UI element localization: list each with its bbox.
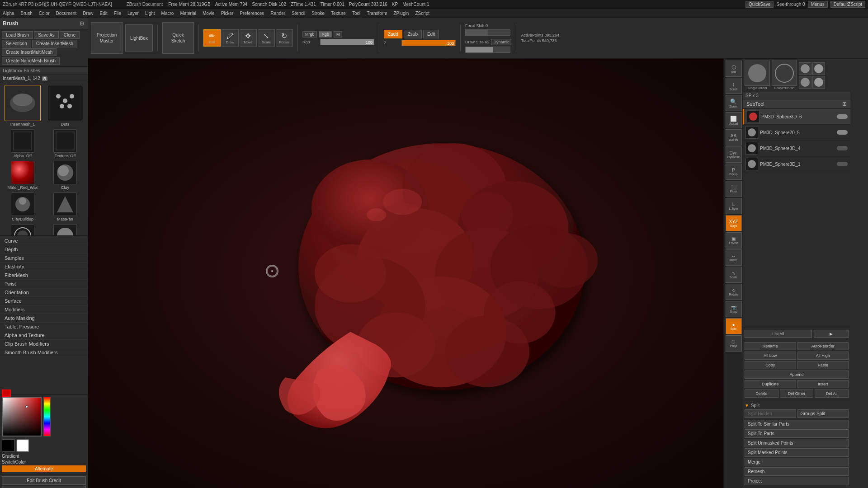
save-as-button[interactable]: Save As bbox=[34, 31, 59, 39]
subtool-expand-icon[interactable]: ⊞ bbox=[842, 101, 847, 107]
setting-twist[interactable]: Twist bbox=[0, 280, 88, 288]
nav-brill[interactable]: ⬡ Brill bbox=[726, 61, 742, 77]
nav-solo[interactable]: ● Solo bbox=[726, 318, 742, 334]
del-other-button[interactable]: Del Other bbox=[780, 389, 814, 398]
lightbox-brushes[interactable]: Lightbox» Brushes bbox=[0, 67, 88, 75]
nav-polyf[interactable]: ⬡ Polyf bbox=[726, 335, 742, 352]
rgb-toggle[interactable]: Rgb bbox=[319, 31, 332, 38]
nav-move[interactable]: ↔ Move bbox=[726, 249, 742, 266]
sphere3d1-thumb[interactable] bbox=[812, 62, 825, 75]
focal-shift-slider[interactable] bbox=[465, 29, 510, 36]
dynamic-btn[interactable]: Dynamic bbox=[491, 39, 511, 45]
menu-render[interactable]: Render bbox=[270, 11, 285, 16]
subtool-toggle-1[interactable] bbox=[837, 130, 848, 135]
projection-master-button[interactable]: Projection Master bbox=[91, 22, 123, 54]
del-all-button[interactable]: Del All bbox=[815, 389, 849, 398]
paste-button[interactable]: Paste bbox=[797, 361, 849, 369]
split-to-parts-button[interactable]: Split To Parts bbox=[745, 429, 849, 438]
create-insert-mesh-button[interactable]: Create InsertMesh bbox=[32, 40, 77, 47]
duplicate-button[interactable]: Duplicate bbox=[745, 380, 796, 388]
mrgb-toggle[interactable]: Mrgb bbox=[302, 31, 317, 38]
subtool-toggle-2[interactable] bbox=[837, 146, 848, 150]
copy-button[interactable]: Copy bbox=[745, 361, 796, 369]
nav-persp[interactable]: P Persp bbox=[726, 164, 742, 180]
menu-macro[interactable]: Macro bbox=[161, 11, 174, 16]
list-all-button[interactable]: List All bbox=[745, 330, 812, 338]
nav-lsym[interactable]: L L.Sym bbox=[726, 198, 742, 214]
nav-dynamic[interactable]: Dyn Dynamic bbox=[726, 146, 742, 163]
brush-expand-icon[interactable]: ⚙ bbox=[79, 20, 85, 27]
setting-alpha-and-texture[interactable]: Alpha and Texture bbox=[0, 331, 88, 340]
subtool-item-1[interactable]: PM3D_Sphere20_5 bbox=[743, 125, 850, 141]
menu-color[interactable]: Color bbox=[39, 11, 50, 16]
menu-light[interactable]: Light bbox=[145, 11, 155, 16]
menu-document[interactable]: Document bbox=[56, 11, 77, 16]
zsub-button[interactable]: Zsub bbox=[404, 30, 422, 38]
draw-mode-button[interactable]: 🖊 Draw bbox=[222, 29, 239, 47]
all-high-button[interactable]: All High bbox=[797, 352, 849, 360]
rgb-intensity-slider[interactable]: 100 bbox=[320, 39, 374, 45]
menu-zscript[interactable]: ZScript bbox=[415, 11, 429, 16]
groups-split-button[interactable]: Groups Split bbox=[797, 409, 849, 418]
draw-size-slider[interactable] bbox=[465, 47, 510, 53]
load-brush-button[interactable]: Load Brush bbox=[2, 31, 33, 39]
single-brush-thumb[interactable] bbox=[745, 61, 770, 86]
subtool-item-3[interactable]: PM3D_Sphere3D_1 bbox=[743, 156, 850, 172]
setting-auto-masking[interactable]: Auto Masking bbox=[0, 314, 88, 323]
menu-stroke[interactable]: Stroke bbox=[311, 11, 325, 16]
split-masked-points-button[interactable]: Split Masked Points bbox=[745, 448, 849, 457]
alternate-button[interactable]: Alternate bbox=[2, 465, 86, 472]
menu-material[interactable]: Material bbox=[180, 11, 196, 16]
delete-button[interactable]: Delete bbox=[745, 389, 778, 398]
scale-mode-button[interactable]: ⤡ Scale bbox=[258, 29, 275, 47]
sphere3d-thumb[interactable] bbox=[799, 62, 811, 75]
menu-preferences[interactable]: Preferences bbox=[240, 11, 264, 16]
setting-curve[interactable]: Curve bbox=[0, 237, 88, 245]
default-script-button[interactable]: DefaultZScript bbox=[830, 1, 865, 8]
m-toggle[interactable]: M bbox=[334, 31, 343, 38]
nav-actual[interactable]: ⬜ Actual bbox=[726, 112, 742, 128]
setting-orientation[interactable]: Orientation bbox=[0, 288, 88, 297]
setting-tablet-pressure[interactable]: Tablet Pressure bbox=[0, 323, 88, 331]
remesh-button[interactable]: Remesh bbox=[745, 467, 849, 476]
menu-file[interactable]: File bbox=[114, 11, 121, 16]
menu-tool[interactable]: Tool bbox=[352, 11, 360, 16]
create-insert-multi-mesh-button[interactable]: Create InsertMultiMesh bbox=[2, 48, 57, 56]
light-swatch[interactable] bbox=[16, 439, 29, 452]
brush-item-standard[interactable]: Standard bbox=[2, 223, 43, 236]
lightbox-button[interactable]: LightBox bbox=[125, 24, 153, 52]
setting-surface[interactable]: Surface bbox=[0, 297, 88, 305]
menu-stencil[interactable]: Stencil bbox=[292, 11, 305, 16]
menu-edit[interactable]: Edit bbox=[100, 11, 108, 16]
nav-snap[interactable]: 📷 Snap bbox=[726, 301, 742, 317]
append-button[interactable]: Append bbox=[745, 371, 849, 379]
subtool-item-2[interactable]: PM3D_Sphere3D_4 bbox=[743, 141, 850, 156]
menu-transform[interactable]: Transform bbox=[367, 11, 387, 16]
menu-layer[interactable]: Layer bbox=[127, 11, 139, 16]
setting-clip-brush-modifiers[interactable]: Clip Brush Modifiers bbox=[0, 340, 88, 348]
auto-reorder-button[interactable]: AutoReorder bbox=[797, 342, 849, 350]
switch-color-label[interactable]: SwitchColor bbox=[2, 460, 86, 465]
menu-brush[interactable]: Brush bbox=[21, 11, 33, 16]
nav-floor[interactable]: ⬛ Floor bbox=[726, 181, 742, 197]
menu-zplugin[interactable]: ZPlugin bbox=[393, 11, 409, 16]
brush-item-insertsphere[interactable]: InsertSphere bbox=[44, 223, 86, 236]
viewport[interactable] bbox=[88, 59, 723, 488]
menus-button[interactable]: Menus bbox=[808, 1, 828, 8]
menu-picker[interactable]: Picker bbox=[221, 11, 234, 16]
brush-item-claybuildup[interactable]: ClayBuildup bbox=[2, 192, 43, 222]
subtool-toggle-0[interactable] bbox=[837, 114, 848, 119]
edit-mode-button[interactable]: ✏ Edit bbox=[203, 29, 221, 47]
create-nano-mesh-brush-button[interactable]: Create NanoMesh Brush bbox=[2, 57, 60, 65]
menu-draw[interactable]: Draw bbox=[83, 11, 93, 16]
menu-alpha[interactable]: Alpha bbox=[3, 11, 14, 16]
brush-item-dots[interactable]: Dots bbox=[44, 84, 86, 127]
edit-brush-credit-button[interactable]: Edit Brush Credit bbox=[2, 476, 86, 485]
setting-depth[interactable]: Depth bbox=[0, 245, 88, 254]
hue-slider[interactable] bbox=[43, 397, 51, 436]
setting-elasticity[interactable]: Elasticity bbox=[0, 263, 88, 271]
insert-button[interactable]: Insert bbox=[797, 380, 849, 388]
sphere3d2-thumb[interactable] bbox=[799, 76, 811, 89]
zadd-button[interactable]: Zadd bbox=[384, 30, 402, 38]
split-to-similar-parts-button[interactable]: Split To Similar Parts bbox=[745, 420, 849, 428]
